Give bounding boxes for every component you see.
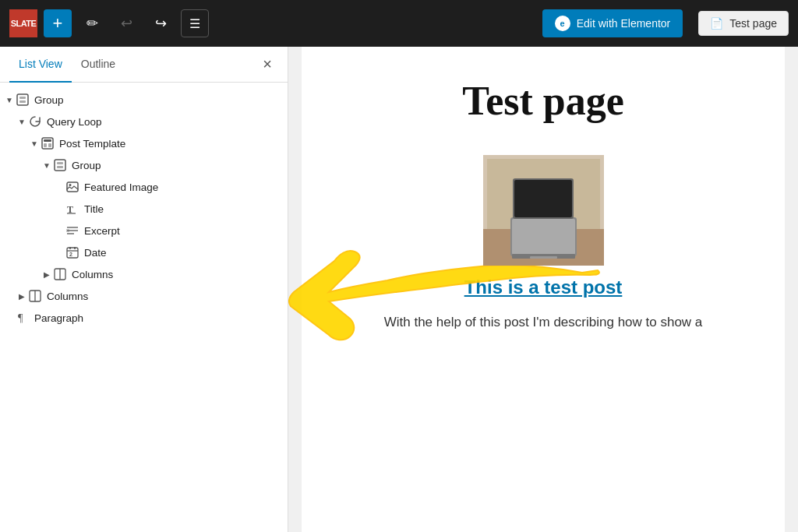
svg-rect-2 — [19, 100, 26, 103]
svg-rect-36 — [530, 256, 557, 259]
chevron-columns1: ▶ — [41, 268, 53, 280]
content-area: Test page — [288, 47, 798, 532]
icon-group1 — [16, 93, 30, 107]
chevron-date — [53, 246, 65, 259]
tree-item-group1[interactable]: ▼Group — [0, 89, 288, 111]
label-group2: Group — [72, 160, 101, 171]
edit-button[interactable]: ✏ — [78, 9, 106, 37]
edit-with-elementor-button[interactable]: e Edit with Elementor — [542, 9, 683, 37]
undo-button[interactable]: ↩ — [112, 9, 140, 37]
label-query-loop: Query Loop — [47, 116, 102, 128]
chevron-featured-image — [53, 181, 65, 193]
page-name-label: Test page — [729, 17, 777, 30]
icon-columns2 — [28, 289, 42, 303]
main-area: List View Outline × ▼Group▼Query Loop▼Po… — [0, 47, 798, 532]
icon-columns1 — [53, 267, 67, 281]
svg-rect-17 — [66, 229, 69, 232]
tree-item-title[interactable]: TTitle — [0, 198, 288, 220]
add-block-button[interactable]: + — [44, 9, 72, 37]
hamburger-button[interactable]: ☰ — [181, 9, 209, 37]
chevron-columns2: ▶ — [16, 290, 28, 302]
tree-item-date[interactable]: 2Date — [0, 241, 288, 263]
page-content: Test page — [302, 47, 785, 532]
chevron-group1: ▼ — [3, 93, 16, 106]
svg-text:2: 2 — [69, 252, 72, 257]
svg-text:¶: ¶ — [18, 312, 23, 324]
post-card: This is a test post With the help of thi… — [333, 155, 754, 333]
sidebar: List View Outline × ▼Group▼Query Loop▼Po… — [0, 47, 288, 532]
page-icon: 📄 — [710, 17, 723, 30]
svg-rect-4 — [44, 139, 51, 142]
site-logo[interactable]: SLATE — [9, 9, 37, 37]
label-group1: Group — [34, 94, 64, 106]
icon-group2 — [53, 158, 67, 172]
svg-rect-5 — [44, 143, 47, 147]
chevron-group2: ▼ — [41, 159, 53, 171]
svg-rect-20 — [69, 247, 71, 249]
label-paragraph: Paragraph — [34, 312, 83, 324]
tree-item-query-loop[interactable]: ▼Query Loop — [0, 111, 288, 132]
chevron-excerpt — [53, 224, 65, 237]
tree-item-columns1[interactable]: ▶Columns — [0, 263, 288, 285]
tree-item-group2[interactable]: ▼Group — [0, 154, 288, 176]
svg-rect-7 — [55, 160, 65, 171]
tab-list-view[interactable]: List View — [9, 47, 72, 83]
icon-post-template — [41, 136, 55, 150]
edit-elementor-label: Edit with Elementor — [577, 17, 671, 30]
test-page-button[interactable]: 📄 Test page — [698, 11, 789, 36]
label-columns1: Columns — [72, 269, 113, 280]
icon-paragraph: ¶ — [16, 311, 30, 325]
svg-rect-1 — [19, 97, 26, 99]
close-sidebar-button[interactable]: × — [256, 52, 278, 76]
label-post-template: Post Template — [59, 138, 125, 150]
svg-rect-34 — [514, 180, 572, 217]
tree-item-featured-image[interactable]: Featured Image — [0, 176, 288, 198]
excerpt-text: With the help of this post I'm describin… — [376, 312, 711, 333]
toolbar: SLATE + ✏ ↩ ↪ ☰ e Edit with Elementor 📄 … — [0, 0, 798, 47]
chevron-query-loop: ▼ — [16, 115, 28, 128]
icon-query-loop — [28, 115, 42, 129]
chevron-title — [53, 203, 65, 215]
post-featured-image — [483, 155, 604, 266]
svg-rect-6 — [48, 143, 51, 147]
label-title: Title — [84, 203, 104, 215]
svg-rect-9 — [57, 166, 63, 168]
svg-rect-8 — [57, 162, 63, 164]
tab-outline[interactable]: Outline — [72, 47, 125, 83]
elementor-icon: e — [555, 16, 570, 31]
tree-item-excerpt[interactable]: Excerpt — [0, 220, 288, 241]
post-title[interactable]: This is a test post — [464, 275, 623, 299]
sidebar-tree: ▼Group▼Query Loop▼Post Template▼GroupFea… — [0, 83, 288, 532]
svg-rect-32 — [512, 219, 575, 255]
icon-date: 2 — [65, 245, 79, 259]
chevron-paragraph — [3, 312, 16, 324]
tree-item-paragraph[interactable]: ¶Paragraph — [0, 307, 288, 329]
svg-rect-10 — [67, 182, 78, 192]
chevron-post-template: ▼ — [28, 137, 41, 150]
svg-rect-0 — [17, 94, 28, 105]
icon-title: T — [65, 202, 79, 216]
sidebar-tabs: List View Outline × — [0, 47, 288, 83]
label-excerpt: Excerpt — [84, 225, 120, 237]
icon-featured-image — [65, 180, 79, 194]
tree-item-post-template[interactable]: ▼Post Template — [0, 132, 288, 154]
redo-button[interactable]: ↪ — [147, 9, 175, 37]
label-featured-image: Featured Image — [84, 181, 158, 193]
svg-rect-21 — [74, 247, 76, 249]
icon-excerpt — [65, 224, 79, 238]
svg-point-11 — [69, 184, 72, 186]
label-columns2: Columns — [47, 291, 88, 302]
label-date: Date — [84, 247, 107, 259]
page-title: Test page — [333, 78, 754, 124]
tree-item-columns2[interactable]: ▶Columns — [0, 285, 288, 307]
